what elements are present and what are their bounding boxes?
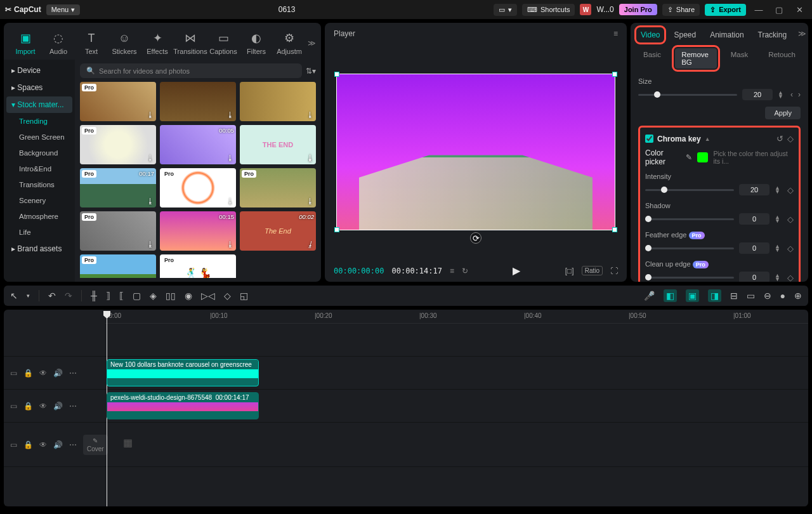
subtab-remove-bg[interactable]: Remove BG [675, 48, 717, 69]
compound-icon[interactable]: ▯▯ [166, 291, 176, 301]
tab-video[interactable]: Video [638, 29, 662, 41]
download-icon[interactable]: ⭳ [226, 110, 234, 119]
player-canvas[interactable]: ⟳ [336, 74, 615, 231]
subtab-mask[interactable]: Mask [724, 48, 754, 69]
join-pro-button[interactable]: Join Pro [619, 4, 657, 15]
stock-thumb[interactable]: 00:05⭳ [160, 125, 236, 164]
layout-button[interactable]: ▭▾ [494, 4, 517, 16]
overflow-right-icon[interactable]: ≫ [308, 39, 316, 48]
magnet-right-icon[interactable]: ◨ [708, 289, 721, 302]
trim-left-icon[interactable]: ⟧ [106, 291, 110, 301]
size-spinner[interactable]: ▲▼ [778, 91, 785, 98]
shadow-value[interactable]: 0 [739, 213, 769, 225]
fit-icon[interactable]: [□] [565, 267, 574, 275]
zoom-slider-icon[interactable]: ● [780, 291, 785, 301]
split-icon[interactable]: ╫ [91, 291, 97, 301]
tab-transitions[interactable]: ⋈Transitions [174, 31, 207, 55]
apply-button[interactable]: Apply [765, 107, 801, 119]
mic-icon[interactable]: 🎤 [644, 291, 655, 301]
shadow-spinner[interactable]: ▲▼ [775, 215, 782, 223]
nav-scenery[interactable]: Scenery [6, 193, 72, 208]
resize-handle[interactable] [334, 227, 339, 232]
tab-text[interactable]: TText [75, 32, 108, 55]
preview-icon[interactable]: ▭ [747, 291, 755, 301]
clip-background[interactable]: pexels-weldi-studio-design-8675548 00:00… [107, 392, 259, 419]
chroma-checkbox[interactable] [645, 135, 653, 143]
eye-icon[interactable]: 👁 [39, 440, 47, 449]
keyframe-icon[interactable]: ◇ [787, 244, 794, 253]
mirror-icon[interactable]: ▷◁ [201, 291, 215, 301]
download-icon[interactable]: ⭳ [306, 110, 314, 119]
lock-icon[interactable]: 🔒 [23, 369, 33, 378]
download-icon[interactable]: ⭳ [306, 197, 314, 206]
cleanup-value[interactable]: 0 [739, 272, 769, 282]
download-icon[interactable]: ⭳ [147, 197, 154, 206]
share-button[interactable]: ⇪ Share [662, 4, 700, 16]
stock-thumb[interactable]: Pro🕺💃⭳ [160, 254, 236, 278]
more-icon[interactable]: ⋯ [69, 402, 77, 411]
collapse-icon[interactable]: ▭ [10, 369, 17, 378]
stock-thumb[interactable]: Pro⭳ [80, 82, 156, 121]
shortcuts-button[interactable]: ⌨ Shortcuts [522, 4, 575, 16]
nav-intro-end[interactable]: Intro&End [6, 161, 72, 176]
tool-chevron-icon[interactable]: ▾ [27, 293, 30, 299]
tab-adjustment[interactable]: ⚙Adjustm [273, 31, 306, 55]
nav-life[interactable]: Life [6, 225, 72, 240]
stock-thumb[interactable]: ⭳ [160, 82, 236, 121]
eye-icon[interactable]: 👁 [39, 369, 47, 378]
more-icon[interactable]: ⋯ [69, 369, 77, 378]
intensity-value[interactable]: 20 [739, 184, 769, 195]
feather-slider[interactable] [645, 247, 734, 249]
eyedropper-icon[interactable]: ✎ [686, 153, 692, 162]
link-icon[interactable]: ⊟ [730, 291, 738, 301]
timeline-ruler[interactable]: 00:00 |00:10 |00:20 |00:30 |00:40 |00:50… [105, 310, 808, 324]
trim-right-icon[interactable]: ⟦ [119, 291, 124, 301]
download-icon[interactable]: ⭳ [306, 240, 314, 249]
ratio-button[interactable]: Ratio [582, 266, 603, 275]
nav-device[interactable]: ▸ Device [6, 62, 72, 79]
lock-icon[interactable]: 🔒 [23, 440, 33, 449]
zoom-in-icon[interactable]: ⊕ [794, 291, 802, 301]
undo-icon[interactable]: ↶ [48, 291, 56, 301]
export-button[interactable]: ⇪ Export [705, 4, 746, 16]
rotate-icon[interactable]: ⟳ [470, 232, 481, 244]
delete-icon[interactable]: ▢ [133, 291, 141, 301]
nav-brand-assets[interactable]: ▸ Brand assets [6, 241, 72, 257]
search-input[interactable]: 🔍 Search for videos and photos [80, 63, 302, 78]
tab-import[interactable]: ▣Import [9, 31, 42, 55]
cleanup-slider[interactable] [645, 277, 734, 279]
download-icon[interactable]: ⭳ [147, 240, 154, 249]
redo-icon[interactable]: ↷ [65, 291, 72, 301]
color-swatch[interactable] [697, 152, 708, 162]
tab-speed[interactable]: Speed [671, 29, 698, 41]
keyframe-icon[interactable]: ◇ [787, 185, 794, 195]
subtab-basic[interactable]: Basic [637, 48, 667, 69]
nav-background[interactable]: Background [6, 145, 72, 161]
resize-handle[interactable] [612, 227, 617, 232]
user-avatar[interactable]: W [580, 4, 591, 15]
quality-icon[interactable]: ≡ [450, 267, 454, 275]
minimize-button[interactable]: — [751, 5, 766, 15]
eye-icon[interactable]: 👁 [39, 402, 47, 411]
download-icon[interactable]: ⭳ [306, 154, 314, 162]
stock-thumb[interactable]: Pro00:17⭳ [80, 168, 156, 208]
player-menu-icon[interactable]: ≡ [613, 29, 618, 38]
close-button[interactable]: ✕ [792, 5, 807, 15]
record-icon[interactable]: ◉ [185, 291, 192, 301]
download-icon[interactable]: ⭳ [226, 154, 234, 162]
download-icon[interactable]: ⭳ [226, 240, 234, 249]
mute-icon[interactable]: 🔊 [53, 369, 63, 378]
stock-thumb[interactable]: Pro⭳ [240, 168, 316, 208]
size-value[interactable]: 20 [742, 89, 773, 100]
clip-greenscreen[interactable]: New 100 dollars banknote carousel on gre… [107, 359, 259, 386]
resize-handle[interactable] [612, 72, 617, 77]
magnet-left-icon[interactable]: ◧ [664, 289, 677, 302]
nav-spaces[interactable]: ▸ Spaces [6, 79, 72, 96]
stock-thumb[interactable]: THE END⭳ [240, 125, 316, 164]
keyframe-icon[interactable]: ◇ [787, 214, 794, 224]
filter-button[interactable]: ⇅▾ [306, 67, 316, 76]
stock-thumb[interactable]: Pro⭳ [80, 125, 156, 164]
cover-button[interactable]: ✎Cover [83, 435, 108, 455]
magnet-center-icon[interactable]: ▣ [686, 289, 699, 302]
resize-handle[interactable] [334, 72, 339, 77]
